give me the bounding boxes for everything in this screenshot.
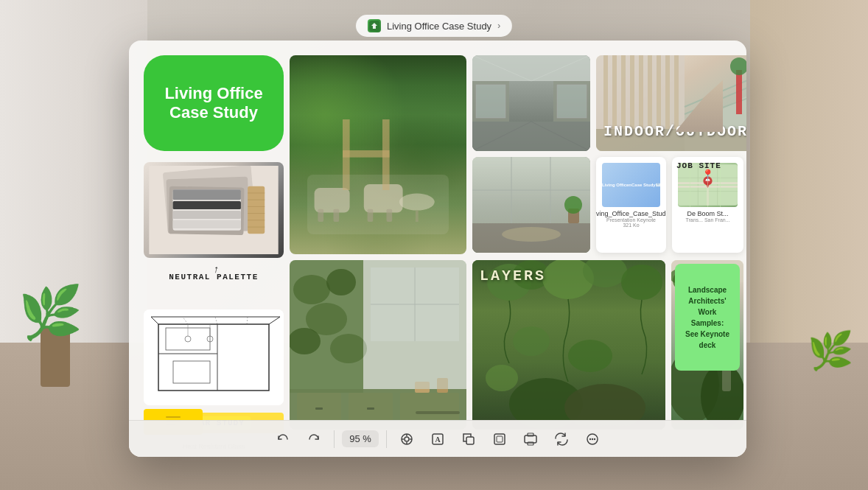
layers-label: LAYERS (480, 267, 546, 284)
svg-rect-150 (722, 369, 731, 391)
undo-button[interactable] (270, 427, 295, 452)
svg-rect-40 (364, 184, 403, 212)
svg-point-83 (502, 227, 561, 242)
svg-rect-114 (472, 260, 665, 430)
svg-rect-65 (639, 55, 643, 129)
svg-marker-102 (704, 181, 710, 188)
svg-rect-92 (678, 164, 738, 206)
svg-rect-161 (497, 436, 503, 442)
svg-rect-160 (494, 434, 505, 444)
green-cabinet-photo (290, 260, 466, 430)
svg-rect-67 (657, 55, 661, 129)
svg-point-121 (330, 334, 367, 363)
svg-rect-164 (528, 442, 533, 445)
svg-rect-37 (315, 187, 350, 212)
solar-study-image (144, 309, 284, 405)
svg-rect-163 (528, 433, 533, 436)
sync-button[interactable] (549, 427, 574, 452)
svg-point-85 (564, 196, 582, 214)
text-button[interactable]: A (425, 427, 450, 452)
title-card-text: Living Office Case Study (164, 84, 262, 123)
svg-rect-126 (315, 407, 323, 410)
keynote-filename: Living_Office_Case_Stud... (596, 210, 666, 217)
svg-rect-69 (674, 55, 679, 129)
svg-point-152 (405, 437, 409, 441)
keynote-preview: Living Office Case Study Keynote (602, 163, 660, 207)
more-button[interactable] (580, 427, 605, 452)
palette-image (144, 162, 284, 258)
palette-label: NEUTRAL PALETTE (144, 269, 284, 282)
svg-rect-68 (665, 55, 670, 129)
indoor-outdoor-label: INDOOR/OUTDOOR (603, 123, 746, 140)
svg-rect-42 (387, 209, 393, 221)
redo-button[interactable] (301, 427, 326, 452)
svg-point-117 (293, 275, 330, 304)
svg-rect-61 (603, 55, 608, 129)
app-icon (368, 19, 381, 32)
svg-rect-6 (173, 189, 241, 200)
map-filename: De Boom St... (687, 210, 728, 217)
hanging-plants-photo: Landscape Architects' Work Samples: See … (671, 260, 743, 430)
svg-rect-39 (334, 209, 340, 221)
svg-rect-53 (476, 85, 505, 118)
map-file-card[interactable]: JOB SITE De Boom St... Trans... San Fran… (672, 157, 743, 253)
toolbar: 95 % A (129, 420, 746, 457)
keynote-meta: Presentation Keynote 321 Ko (606, 217, 656, 228)
breadcrumb-arrow: › (497, 21, 500, 31)
copy-button[interactable] (456, 427, 481, 452)
svg-rect-63 (621, 55, 626, 129)
frame-button[interactable] (487, 427, 512, 452)
svg-rect-38 (318, 209, 323, 221)
toolbar-divider-2 (386, 430, 387, 448)
svg-rect-64 (630, 55, 634, 129)
add-location-button[interactable] (394, 427, 419, 452)
breadcrumb-text: Living Office Case Study (387, 21, 491, 32)
keynote-file-card[interactable]: Living Office Case Study Keynote Living_… (596, 157, 666, 253)
title-card: Living Office Case Study (144, 55, 284, 151)
svg-point-43 (399, 193, 435, 210)
svg-rect-127 (367, 407, 374, 410)
map-location: Trans... San Fran... (685, 217, 729, 223)
svg-point-100 (703, 176, 712, 185)
svg-rect-9 (173, 220, 241, 228)
landscape-architects-note: Landscape Architects' Work Samples: See … (675, 264, 740, 371)
svg-rect-8 (173, 211, 241, 219)
svg-point-101 (705, 178, 710, 183)
svg-point-118 (326, 269, 356, 295)
svg-point-168 (594, 438, 595, 439)
svg-rect-75 (736, 70, 742, 114)
indoor-outdoor-photo: INDOOR/OUTDOOR (596, 55, 746, 151)
svg-point-167 (592, 438, 593, 439)
svg-rect-47 (343, 150, 390, 158)
media-button[interactable] (518, 427, 543, 452)
freeform-canvas-window: Living Office Case Study (129, 41, 746, 457)
svg-rect-7 (173, 201, 241, 209)
svg-rect-34 (166, 416, 181, 418)
plant-left (26, 254, 85, 387)
svg-point-120 (290, 328, 321, 354)
toolbar-divider-1 (334, 430, 335, 448)
interior-corridor-photo (472, 55, 590, 151)
green-wall-photo (290, 55, 466, 254)
svg-rect-62 (612, 55, 617, 129)
canvas-content[interactable]: Living Office Case Study (129, 41, 746, 420)
svg-point-166 (589, 438, 591, 439)
layers-photo: LAYERS (472, 260, 665, 430)
scroll-indicator (416, 411, 460, 414)
svg-rect-50 (472, 122, 590, 151)
svg-rect-49 (472, 55, 590, 81)
svg-rect-159 (466, 437, 474, 444)
svg-rect-41 (368, 209, 374, 221)
modern-interior-photo (472, 157, 590, 253)
job-site-label: JOB SITE (676, 161, 721, 170)
breadcrumb-bar[interactable]: Living Office Case Study › (356, 15, 512, 37)
svg-rect-54 (557, 85, 587, 118)
svg-text:A: A (435, 435, 441, 444)
zoom-level[interactable]: 95 % (342, 430, 379, 447)
plant-right: 🌿 (808, 329, 853, 372)
svg-rect-66 (648, 55, 652, 129)
svg-rect-87 (656, 183, 660, 186)
